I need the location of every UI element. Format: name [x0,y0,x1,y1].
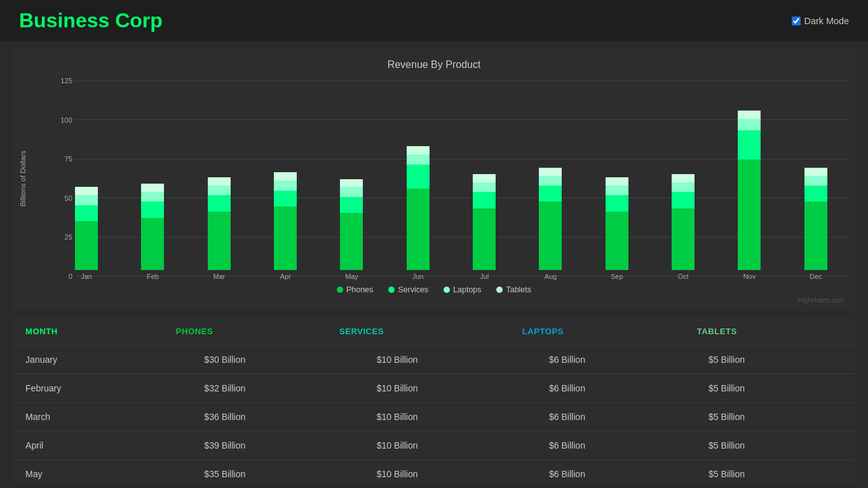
table-cell-laptops: $6 Billion [536,374,696,403]
bar-segment [539,168,562,176]
bar-group: Dec [797,77,835,280]
table-cell-tablets: $5 Billion [696,403,855,431]
bar-segment [75,221,98,270]
table-row: April$39 Billion$10 Billion$6 Billion$5 … [13,431,855,460]
bar-segment [208,186,231,195]
bar-stack [738,111,761,270]
bar-segment [407,146,430,154]
bar-group: Nov [730,77,768,280]
bar-segment [340,187,363,196]
table-cell-month: March [13,403,191,431]
bar-segment [141,184,164,192]
bar-segment [407,154,430,164]
table-col-month: MONTH [13,318,163,345]
legend-item: Services [388,285,428,294]
bar-stack [539,168,562,270]
legend-dot [388,287,395,293]
bar-segment [340,213,363,270]
legend-item: Phones [337,285,373,294]
bar-group: Jul [465,77,503,280]
table-cell-phones: $30 Billion [191,346,363,374]
table-cell-tablets: $5 Billion [696,374,855,403]
bar-group: Sep [598,77,636,280]
table-col-tablets: TABLETS [684,318,855,345]
table-head: MONTHPHONESSERVICESLAPTOPSTABLETS [13,318,855,345]
bar-segment [672,182,695,192]
bar-month-label: Mar [213,273,225,280]
bar-segment [804,176,827,186]
legend-label: Tablets [506,285,531,294]
bar-stack [606,177,628,270]
bar-segment [606,212,628,270]
table-cell-services: $10 Billion [364,374,536,403]
table-header-row: MONTHPHONESSERVICESLAPTOPSTABLETS [13,318,855,345]
legend-label: Laptops [453,285,481,294]
bar-group: Mar [200,77,238,280]
bar-segment [407,189,430,270]
table-cell-month: January [13,346,191,374]
bar-stack [804,168,827,270]
table-row: January$30 Billion$10 Billion$6 Billion$… [13,346,855,374]
bar-segment [804,168,827,176]
bar-segment [208,195,231,212]
highcharts-credit: Highcharts.com [19,297,849,304]
bar-month-label: Sep [611,273,623,280]
bar-segment [340,197,363,214]
grid-and-bars: 125 100 75 50 25 0 JanFebMarAprMayJunJul… [31,77,849,280]
table-cell-laptops: $6 Billion [536,346,696,374]
bar-group: Apr [266,77,304,280]
bar-group: Jan [67,77,105,280]
bar-segment [141,201,164,218]
dark-mode-toggle[interactable]: Dark Mode [792,16,849,26]
table-cell-laptops: $6 Billion [536,431,696,460]
table-cell-laptops: $6 Billion [536,460,696,485]
bar-segment [75,195,98,205]
bar-segment [804,186,827,202]
bar-segment [738,130,761,159]
chart-card: Revenue By Product Billions of Dollars 1… [13,49,855,310]
table-cell-month: February [13,374,191,403]
table-cell-services: $10 Billion [364,431,536,460]
y-axis-label: Billions of Dollars [19,151,27,207]
bar-segment [672,192,695,208]
legend-item: Tablets [496,285,531,294]
bar-segment [407,165,430,189]
table-scroll-wrap[interactable]: January$30 Billion$10 Billion$6 Billion$… [13,345,855,485]
bar-segment [672,208,695,270]
bar-group: Oct [664,77,702,280]
bar-stack [75,187,98,270]
bars-container: JanFebMarAprMayJunJulAugSepOctNovDec [53,77,849,280]
bar-month-label: Dec [810,273,822,280]
table-row: February$32 Billion$10 Billion$6 Billion… [13,374,855,403]
bar-stack [473,174,496,270]
legend-dot [496,287,503,293]
bar-segment [473,174,496,182]
legend-label: Services [398,285,428,294]
bar-segment [606,195,628,212]
legend-dot [337,287,343,293]
bar-segment [75,187,98,195]
bar-segment [274,180,297,190]
bar-segment [274,191,297,207]
chart-area: Billions of Dollars 125 100 75 50 25 0 J… [19,77,849,280]
table-cell-tablets: $5 Billion [696,431,855,460]
bar-segment [804,201,827,270]
bar-month-label: Oct [678,273,689,280]
bar-segment [473,208,496,270]
table-cell-phones: $39 Billion [191,431,363,460]
bar-stack [274,172,297,270]
bar-segment [473,182,496,192]
table-body: January$30 Billion$10 Billion$6 Billion$… [13,346,855,485]
bar-segment [208,212,231,270]
table-cell-tablets: $5 Billion [696,346,855,374]
bar-month-label: Aug [545,273,557,280]
dark-mode-checkbox[interactable] [792,17,801,25]
table-card: MONTHPHONESSERVICESLAPTOPSTABLETS Januar… [13,318,855,485]
chart-title: Revenue By Product [19,59,849,71]
bar-segment [672,174,695,182]
table-row: March$36 Billion$10 Billion$6 Billion$5 … [13,403,855,431]
bar-segment [141,192,164,201]
legend-label: Phones [346,285,373,294]
bar-group: Jun [399,77,437,280]
chart-inner: 125 100 75 50 25 0 JanFebMarAprMayJunJul… [31,77,849,280]
